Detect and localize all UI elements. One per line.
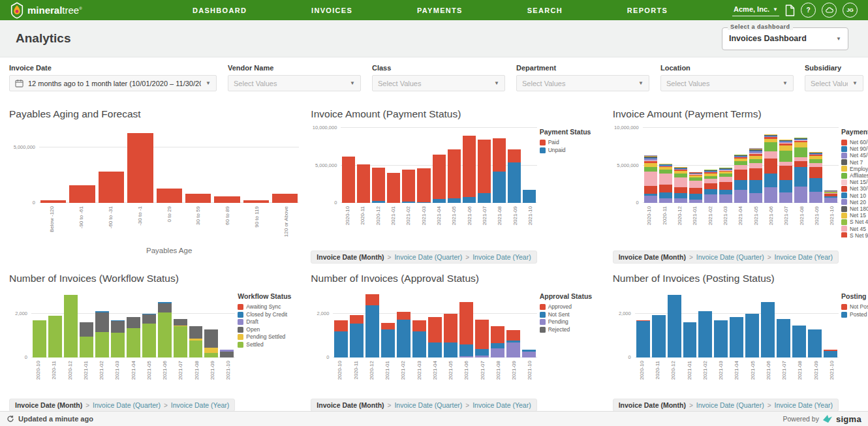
bar-2021-01[interactable] bbox=[381, 323, 395, 358]
bar-2021-05[interactable] bbox=[448, 149, 461, 203]
bar-2021-08[interactable] bbox=[792, 326, 806, 358]
bar-2021-01[interactable] bbox=[683, 322, 697, 358]
bar-2021-08[interactable] bbox=[189, 326, 203, 358]
help-icon[interactable]: ? bbox=[801, 3, 816, 18]
bar-2021-10[interactable] bbox=[824, 350, 837, 358]
bar-2021-01[interactable] bbox=[387, 173, 400, 203]
document-icon[interactable] bbox=[785, 5, 795, 16]
bar-30 to 59[interactable] bbox=[185, 194, 211, 203]
avatar[interactable]: JG bbox=[843, 3, 858, 18]
location-select[interactable]: Select Values ▼ bbox=[660, 75, 794, 91]
drill-level-2[interactable]: Invoice Date (Quarter) bbox=[394, 401, 462, 409]
bar-2020-12[interactable] bbox=[365, 294, 379, 358]
bar-2021-05[interactable] bbox=[142, 314, 156, 358]
bar-2021-02[interactable] bbox=[698, 311, 712, 358]
bar-0 to 29[interactable] bbox=[157, 189, 182, 203]
bar-2021-07[interactable] bbox=[475, 320, 489, 358]
bar-120 or Above[interactable] bbox=[272, 194, 298, 203]
bar-2020-12[interactable] bbox=[674, 167, 687, 203]
bar-2020-11[interactable] bbox=[48, 316, 62, 358]
bar-2021-08[interactable] bbox=[493, 138, 506, 203]
bar-2020-12[interactable] bbox=[64, 295, 78, 358]
bar-2021-07[interactable] bbox=[777, 319, 790, 358]
subsidiary-select[interactable]: Select Values ▼ bbox=[805, 75, 863, 91]
bar-2021-02[interactable] bbox=[397, 312, 411, 358]
nav-dashboard[interactable]: DASHBOARD bbox=[193, 7, 247, 14]
bar-2021-09[interactable] bbox=[809, 152, 822, 203]
bar-2021-03[interactable] bbox=[417, 168, 430, 203]
bar-2021-09[interactable] bbox=[508, 149, 521, 203]
nav-reports[interactable]: REPORTS bbox=[627, 7, 668, 14]
bar-2020-11[interactable] bbox=[659, 164, 672, 203]
nav-payments[interactable]: PAYMENTS bbox=[417, 7, 463, 14]
bar-2020-12[interactable] bbox=[668, 295, 681, 358]
drill-level-3[interactable]: Invoice Date (Year) bbox=[473, 253, 531, 261]
bar-2021-09[interactable] bbox=[204, 329, 218, 358]
bar-2021-05[interactable] bbox=[745, 314, 759, 358]
bar-2021-04[interactable] bbox=[433, 155, 446, 203]
bar-2021-10[interactable] bbox=[220, 350, 234, 358]
bar-2021-04[interactable] bbox=[428, 317, 442, 358]
drill-level-2[interactable]: Invoice Date (Quarter) bbox=[696, 401, 764, 409]
cloud-sync-icon[interactable] bbox=[822, 3, 837, 18]
bar-Below -120[interactable] bbox=[40, 200, 66, 203]
bar-2021-08[interactable] bbox=[794, 138, 807, 203]
bar-2021-05[interactable] bbox=[749, 148, 762, 203]
department-select[interactable]: Select Values ▼ bbox=[516, 75, 649, 91]
bar-2021-07[interactable] bbox=[478, 140, 491, 203]
bar-2021-10[interactable] bbox=[523, 190, 536, 203]
nav-search[interactable]: SEARCH bbox=[527, 7, 563, 14]
drill-level-3[interactable]: Invoice Date (Year) bbox=[473, 401, 531, 409]
bar-2021-06[interactable] bbox=[459, 302, 473, 358]
bar-2020-10[interactable] bbox=[636, 320, 650, 358]
bar-2021-06[interactable] bbox=[158, 302, 172, 358]
bar-2021-03[interactable] bbox=[714, 320, 728, 358]
bar-2021-08[interactable] bbox=[491, 326, 504, 358]
refresh-icon[interactable] bbox=[7, 415, 14, 423]
bar-2020-10[interactable] bbox=[33, 320, 46, 358]
bar-2021-10[interactable] bbox=[824, 190, 837, 203]
drill-level-3[interactable]: Invoice Date (Year) bbox=[171, 401, 230, 409]
invoice-date-select[interactable]: 12 months ago to 1 month later (10/01/20… bbox=[9, 75, 217, 91]
drill-level-3[interactable]: Invoice Date (Year) bbox=[774, 253, 833, 261]
bar-2021-03[interactable] bbox=[719, 168, 732, 203]
bar-2021-04[interactable] bbox=[127, 317, 140, 358]
drill-level-3[interactable]: Invoice Date (Year) bbox=[774, 401, 833, 409]
bar-2020-11[interactable] bbox=[350, 315, 364, 358]
bar-2021-10[interactable] bbox=[522, 350, 536, 358]
bar-2021-04[interactable] bbox=[734, 155, 747, 203]
class-select[interactable]: Select Values ▼ bbox=[372, 75, 505, 91]
bar-2021-02[interactable] bbox=[704, 170, 717, 203]
bar-2020-11[interactable] bbox=[357, 164, 370, 203]
bar-2021-07[interactable] bbox=[779, 140, 792, 203]
bar-2021-03[interactable] bbox=[412, 320, 426, 358]
bar-2020-12[interactable] bbox=[372, 168, 385, 203]
drill-level-2[interactable]: Invoice Date (Quarter) bbox=[696, 253, 764, 261]
bar-60 to 89[interactable] bbox=[214, 196, 240, 203]
bar-2020-11[interactable] bbox=[652, 315, 666, 358]
bar-2020-10[interactable] bbox=[334, 320, 348, 358]
bar-2020-10[interactable] bbox=[644, 155, 657, 203]
dashboard-selector[interactable]: Select a dashboard Invoices Dashboard ▼ bbox=[722, 27, 848, 50]
bar-2021-09[interactable] bbox=[506, 330, 520, 358]
drill-level-2[interactable]: Invoice Date (Quarter) bbox=[93, 401, 161, 409]
bar--60 to -31[interactable] bbox=[99, 172, 124, 203]
bar-2021-06[interactable] bbox=[764, 134, 777, 203]
bar-90 to 119[interactable] bbox=[243, 200, 269, 203]
bar-2020-10[interactable] bbox=[342, 157, 355, 203]
bar-2021-03[interactable] bbox=[111, 320, 125, 358]
nav-invoices[interactable]: INVOICES bbox=[311, 7, 352, 14]
bar-2021-02[interactable] bbox=[402, 170, 415, 203]
bar-2021-01[interactable] bbox=[689, 172, 702, 203]
bar-2021-06[interactable] bbox=[761, 302, 775, 358]
account-switcher[interactable]: Acme, Inc. ▼ bbox=[732, 4, 779, 16]
bar-2021-04[interactable] bbox=[730, 317, 743, 358]
bar-2021-05[interactable] bbox=[444, 314, 457, 358]
bar--90 to -61[interactable] bbox=[69, 185, 95, 203]
bar-2021-06[interactable] bbox=[463, 136, 476, 204]
bar-2021-07[interactable] bbox=[174, 319, 187, 358]
drill-level-2[interactable]: Invoice Date (Quarter) bbox=[394, 253, 462, 261]
bar-2021-09[interactable] bbox=[808, 329, 822, 358]
bar-2021-02[interactable] bbox=[95, 311, 109, 358]
bar-2021-01[interactable] bbox=[80, 322, 93, 358]
